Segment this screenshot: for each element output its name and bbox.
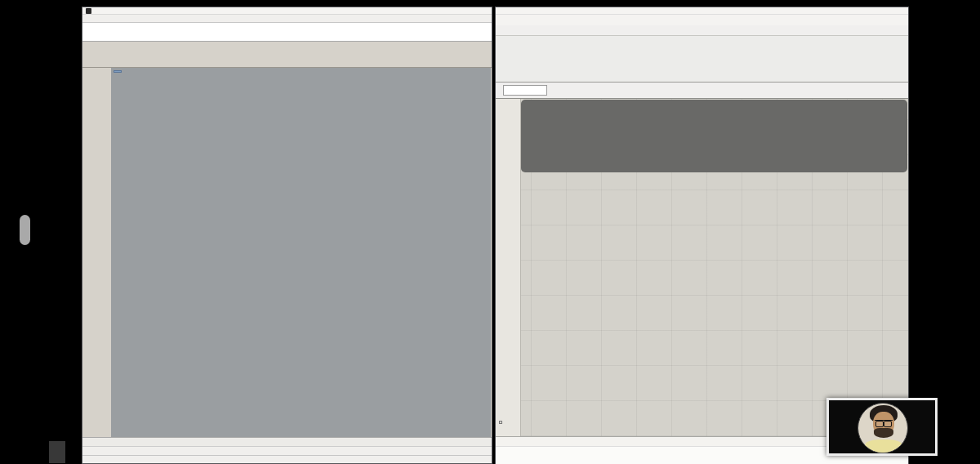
viewport-canvas[interactable] bbox=[111, 68, 491, 437]
grasshopper-canvas-toolbar bbox=[496, 83, 908, 99]
rhino-viewport[interactable] bbox=[111, 68, 491, 437]
webcam-overlay[interactable] bbox=[826, 398, 938, 456]
drawer-handle[interactable] bbox=[20, 215, 30, 245]
rhino-titlebar bbox=[82, 7, 492, 15]
grasshopper-tab-strip bbox=[496, 25, 908, 35]
presenter-glasses bbox=[875, 420, 893, 426]
presenter-beard bbox=[874, 428, 893, 438]
grasshopper-canvas[interactable] bbox=[496, 99, 908, 436]
rhino-status-bar bbox=[82, 455, 492, 463]
rhino-command-console[interactable] bbox=[82, 22, 492, 42]
wires-layer bbox=[496, 99, 908, 436]
rhino-window bbox=[82, 7, 492, 464]
viewport-title[interactable] bbox=[114, 70, 122, 73]
zoom-level-select[interactable] bbox=[503, 85, 547, 96]
presenter-avatar bbox=[858, 403, 908, 453]
rhino-visibility-toolbar bbox=[82, 52, 492, 68]
rhino-osnap-bar bbox=[82, 446, 492, 455]
presenter-shirt bbox=[865, 439, 902, 453]
rhino-main-area bbox=[82, 68, 492, 437]
screen-share-stage bbox=[0, 0, 980, 464]
grasshopper-titlebar bbox=[496, 7, 908, 15]
rhino-side-toolbar bbox=[82, 68, 111, 437]
rhino-menubar bbox=[82, 15, 492, 22]
canvas-mini-toolbar bbox=[499, 421, 502, 424]
rhino-app-icon bbox=[86, 8, 91, 14]
grasshopper-menubar bbox=[496, 15, 908, 25]
rhino-viewport-tabs bbox=[82, 437, 492, 446]
grasshopper-window bbox=[495, 7, 909, 464]
rhino-toolbar-tabs bbox=[82, 42, 492, 52]
grasshopper-ribbon bbox=[496, 35, 908, 83]
screen-share-caption bbox=[49, 441, 65, 463]
